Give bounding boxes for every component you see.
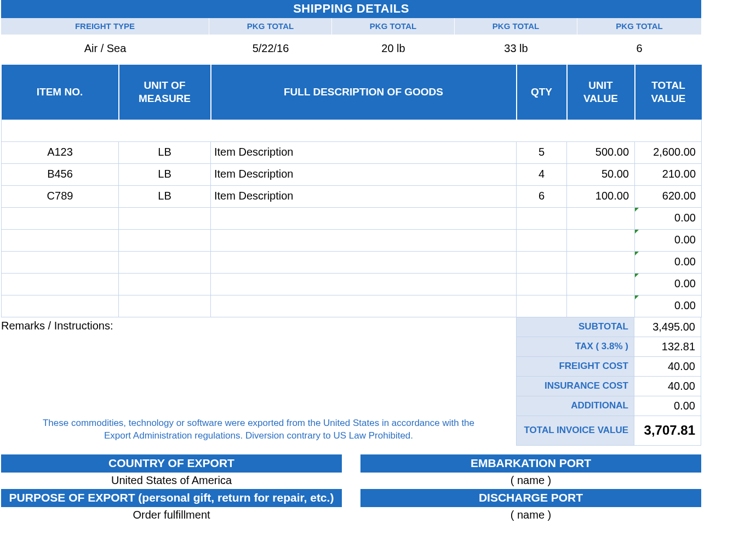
cell-total-value[interactable]: 0.00 [635, 207, 702, 229]
country-of-export-value[interactable]: United States of America [1, 473, 342, 489]
discharge-port-value[interactable]: ( name ) [360, 507, 701, 524]
cell-item-no[interactable] [2, 295, 119, 317]
cell-item-no[interactable] [2, 273, 119, 295]
ship-val-pkg-total-2: 20 lb [332, 35, 455, 65]
cell-qty[interactable]: 6 [517, 185, 567, 207]
totals-section: SUBTOTAL3,495.00 TAX ( 3.8% )132.81 FREI… [516, 317, 701, 446]
table-row: 0.00 [2, 273, 702, 295]
cell-uom[interactable] [119, 273, 211, 295]
embarkation-port-label: EMBARKATION PORT [360, 454, 701, 473]
embarkation-port-value[interactable]: ( name ) [360, 473, 701, 489]
cell-unit-value[interactable]: 50.00 [567, 163, 635, 185]
cell-uom[interactable] [119, 295, 211, 317]
cell-desc[interactable]: Item Description [211, 163, 517, 185]
ship-val-pkg-total-1: 5/22/16 [209, 35, 332, 65]
cell-qty[interactable] [517, 273, 567, 295]
col-unit-value: UNIT VALUE [567, 65, 635, 120]
cell-item-no[interactable] [2, 207, 119, 229]
ship-val-freight-type: Air / Sea [1, 35, 209, 65]
table-row: C789 LB Item Description 6 100.00 620.00 [2, 185, 702, 207]
col-uom: UNIT OF MEASURE [119, 65, 211, 120]
freight-cost-label: FREIGHT COST [516, 357, 634, 377]
table-row: 0.00 [2, 229, 702, 251]
cell-uom[interactable] [119, 251, 211, 273]
cell-item-no[interactable]: A123 [2, 141, 119, 163]
cell-qty[interactable] [517, 251, 567, 273]
ship-hdr-freight-type: FREIGHT TYPE [1, 18, 209, 35]
remarks-label: Remarks / Instructions: [1, 320, 113, 332]
cell-unit-value[interactable] [567, 207, 635, 229]
cell-total-value[interactable]: 0.00 [635, 295, 702, 317]
cell-desc[interactable]: Item Description [211, 185, 517, 207]
insurance-cost-value: 40.00 [634, 377, 701, 396]
tax-label: TAX ( 3.8% ) [516, 337, 634, 357]
col-item-no: ITEM NO. [2, 65, 119, 120]
ship-hdr-pkg-total-4: PKG TOTAL [577, 18, 701, 35]
cell-desc[interactable] [211, 251, 517, 273]
cell-desc[interactable]: Item Description [211, 141, 517, 163]
additional-label: ADDITIONAL [516, 396, 634, 416]
country-of-export-label: COUNTRY OF EXPORT [1, 454, 342, 473]
cell-qty[interactable] [517, 295, 567, 317]
shipping-value-row: Air / Sea 5/22/16 20 lb 33 lb 6 [1, 35, 701, 65]
cell-qty[interactable]: 5 [517, 141, 567, 163]
shipping-details-title: SHIPPING DETAILS [1, 0, 701, 18]
cell-total-value[interactable]: 0.00 [635, 229, 702, 251]
discharge-port-label: DISCHARGE PORT [360, 489, 701, 507]
ship-val-pkg-total-3: 33 lb [455, 35, 577, 65]
cell-desc[interactable] [211, 273, 517, 295]
cell-qty[interactable] [517, 207, 567, 229]
tax-value: 132.81 [634, 337, 701, 357]
insurance-cost-label: INSURANCE COST [516, 377, 634, 396]
remarks-area[interactable]: Remarks / Instructions: These commoditie… [1, 317, 516, 446]
subtotal-label: SUBTOTAL [516, 317, 634, 337]
items-table: ITEM NO. UNIT OF MEASURE FULL DESCRIPTIO… [1, 65, 702, 317]
table-row: B456 LB Item Description 4 50.00 210.00 [2, 163, 702, 185]
cell-uom[interactable]: LB [119, 163, 211, 185]
cell-qty[interactable]: 4 [517, 163, 567, 185]
cell-qty[interactable] [517, 229, 567, 251]
freight-cost-value: 40.00 [634, 357, 701, 377]
table-row: A123 LB Item Description 5 500.00 2,600.… [2, 141, 702, 163]
cell-item-no[interactable]: B456 [2, 163, 119, 185]
col-total-value: TOTAL VALUE [635, 65, 702, 120]
purpose-of-export-label: PURPOSE OF EXPORT (personal gift, return… [1, 489, 342, 507]
cell-uom[interactable] [119, 207, 211, 229]
ship-hdr-pkg-total-1: PKG TOTAL [209, 18, 332, 35]
cell-uom[interactable]: LB [119, 185, 211, 207]
cell-unit-value[interactable] [567, 229, 635, 251]
table-row: 0.00 [2, 207, 702, 229]
cell-total-value[interactable]: 0.00 [635, 251, 702, 273]
ship-hdr-pkg-total-3: PKG TOTAL [455, 18, 577, 35]
col-qty: QTY [517, 65, 567, 120]
col-description: FULL DESCRIPTION OF GOODS [211, 65, 517, 120]
cell-total-value[interactable]: 0.00 [635, 273, 702, 295]
cell-total-value[interactable]: 620.00 [635, 185, 702, 207]
cell-item-no[interactable]: C789 [2, 185, 119, 207]
table-row: 0.00 [2, 295, 702, 317]
cell-total-value[interactable]: 210.00 [635, 163, 702, 185]
cell-uom[interactable]: LB [119, 141, 211, 163]
cell-total-value[interactable]: 2,600.00 [635, 141, 702, 163]
cell-desc[interactable] [211, 295, 517, 317]
cell-unit-value[interactable] [567, 251, 635, 273]
cell-unit-value[interactable]: 500.00 [567, 141, 635, 163]
cell-item-no[interactable] [2, 229, 119, 251]
shipping-header-row: FREIGHT TYPE PKG TOTAL PKG TOTAL PKG TOT… [1, 18, 701, 35]
ship-val-pkg-total-4: 6 [577, 35, 701, 65]
cell-item-no[interactable] [2, 251, 119, 273]
cell-desc[interactable] [211, 229, 517, 251]
table-row: 0.00 [2, 251, 702, 273]
purpose-of-export-value[interactable]: Order fulfillment [1, 507, 342, 524]
total-invoice-label: TOTAL INVOICE VALUE [516, 416, 634, 446]
ship-hdr-pkg-total-2: PKG TOTAL [332, 18, 455, 35]
cell-unit-value[interactable]: 100.00 [567, 185, 635, 207]
cell-desc[interactable] [211, 207, 517, 229]
total-invoice-value: 3,707.81 [634, 416, 701, 446]
cell-uom[interactable] [119, 229, 211, 251]
cell-unit-value[interactable] [567, 273, 635, 295]
subtotal-value: 3,495.00 [634, 317, 701, 337]
export-disclaimer: These commodities, technology or softwar… [1, 417, 516, 442]
cell-unit-value[interactable] [567, 295, 635, 317]
additional-value: 0.00 [634, 396, 701, 416]
